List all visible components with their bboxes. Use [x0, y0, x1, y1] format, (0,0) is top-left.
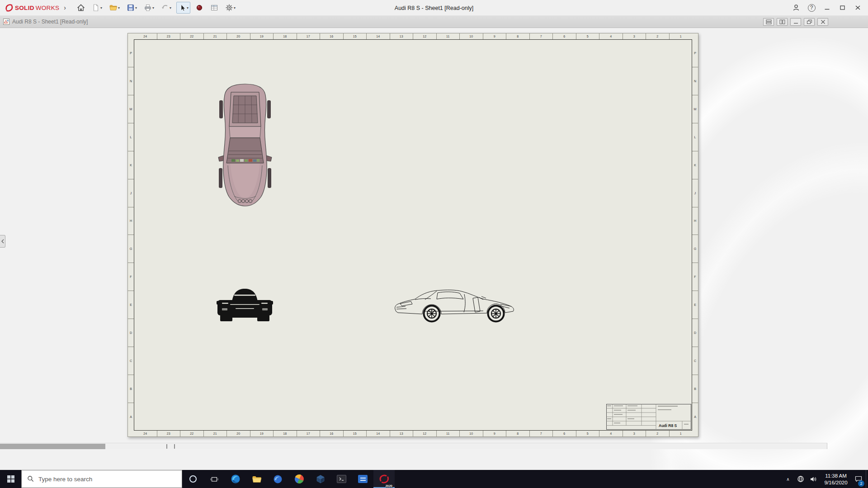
save-icon	[127, 4, 135, 12]
print-icon	[144, 4, 152, 12]
chevron-left-icon	[1, 239, 5, 244]
brand-text-bold: SOLID	[15, 5, 34, 11]
zone-label: 13	[390, 33, 413, 39]
blue-window-app-button[interactable]	[352, 470, 373, 488]
open-button[interactable]: ▾	[107, 2, 122, 14]
doc-close-button[interactable]	[817, 18, 828, 26]
zone-label: J	[128, 179, 134, 207]
solidworks-taskbar-button[interactable]: 2020	[373, 470, 395, 488]
zone-label: 17	[297, 431, 320, 436]
undo-button[interactable]: ▾	[159, 2, 173, 14]
network-globe-icon	[797, 475, 804, 483]
zone-label: 7	[529, 431, 553, 436]
account-button[interactable]	[788, 0, 804, 16]
sheet-border-frame: Audi R8 S	[134, 39, 692, 431]
quick-access-toolbar: ▾ ▾ ▾ ▾	[75, 2, 237, 14]
home-button[interactable]	[75, 2, 87, 14]
dropdown-caret-icon[interactable]: ▾	[187, 6, 189, 10]
drawing-sheet[interactable]: 242322212019181716151413121110987654321 …	[127, 33, 698, 437]
doc-restore-button[interactable]	[804, 18, 815, 26]
menu-expand-arrow[interactable]: ›	[64, 4, 66, 11]
zone-label: F	[692, 263, 698, 291]
select-cursor-icon	[178, 4, 186, 12]
app-maximize-button[interactable]	[835, 0, 850, 16]
zone-label: L	[692, 123, 698, 151]
app-titlebar: Audi R8 S - Sheet1 [Read-only] SOLIDWORK…	[0, 0, 868, 16]
zone-label: 19	[250, 33, 274, 39]
browser-button[interactable]	[267, 470, 288, 488]
zone-label: 22	[180, 33, 203, 39]
select-tool-button[interactable]: ▾	[176, 2, 190, 14]
tile-horizontal-button[interactable]	[763, 18, 774, 26]
render-sphere-button[interactable]	[193, 2, 205, 14]
drawing-view-front[interactable]	[217, 286, 273, 323]
save-button[interactable]: ▾	[125, 2, 139, 14]
settings-button[interactable]: ▾	[223, 2, 237, 14]
zone-label: 8	[506, 33, 529, 39]
zone-label: C	[128, 347, 134, 375]
zone-label: H	[128, 207, 134, 235]
volume-button[interactable]	[807, 470, 820, 488]
tray-expand-button[interactable]: ∧	[782, 470, 794, 488]
new-document-button[interactable]: ▾	[90, 2, 104, 14]
dropdown-caret-icon[interactable]: ▾	[152, 6, 154, 10]
sheet-zone-ruler-right: PNMLKJHGFEDCBA	[692, 39, 698, 431]
zone-label: 12	[413, 431, 436, 436]
zone-label: E	[692, 291, 698, 319]
terminal-button[interactable]	[331, 470, 352, 488]
zone-label: 15	[343, 33, 367, 39]
document-title: Audi R8 S - Sheet1 [Read-only]	[12, 19, 88, 25]
print-button[interactable]: ▾	[142, 2, 156, 14]
zone-label: 21	[203, 431, 227, 436]
file-explorer-button[interactable]	[246, 470, 267, 488]
pinwheel-app-button[interactable]	[288, 470, 310, 488]
dropdown-caret-icon[interactable]: ▾	[135, 6, 137, 10]
pane-split-handle[interactable]	[174, 444, 175, 449]
pane-split-handle[interactable]	[166, 444, 167, 449]
task-view-button[interactable]	[203, 470, 225, 488]
cube-app-button[interactable]	[310, 470, 331, 488]
title-block[interactable]: Audi R8 S	[606, 404, 691, 430]
featuremanager-flyout-tab[interactable]	[0, 235, 5, 248]
graphics-area[interactable]: 242322212019181716151413121110987654321 …	[0, 28, 868, 470]
zone-label: N	[692, 67, 698, 95]
edge-button[interactable]	[225, 470, 246, 488]
dropdown-caret-icon[interactable]: ▾	[118, 6, 120, 10]
taskbar-search[interactable]	[21, 470, 182, 488]
undo-icon	[161, 4, 169, 12]
zone-label: 7	[529, 33, 553, 39]
start-button[interactable]	[0, 470, 21, 488]
help-button[interactable]: ?	[804, 0, 819, 16]
document-window-controls	[763, 18, 828, 26]
app-minimize-button[interactable]	[819, 0, 835, 16]
new-document-icon	[92, 4, 100, 12]
zone-label: 6	[552, 33, 576, 39]
open-folder-icon	[109, 4, 118, 12]
drawing-view-side[interactable]	[393, 286, 518, 323]
help-icon: ?	[808, 4, 816, 12]
scrollbar-thumb[interactable]	[0, 444, 105, 449]
dropdown-caret-icon[interactable]: ▾	[234, 6, 236, 10]
zone-label: G	[692, 235, 698, 263]
zone-label: 23	[157, 33, 180, 39]
dropdown-caret-icon[interactable]: ▾	[100, 6, 102, 10]
zone-label: 21	[203, 33, 227, 39]
network-button[interactable]	[794, 470, 807, 488]
zone-label: 12	[413, 33, 436, 39]
zone-label: 10	[459, 431, 483, 436]
tile-vertical-button[interactable]	[777, 18, 788, 26]
doc-minimize-button[interactable]	[790, 18, 801, 26]
drawing-view-top[interactable]	[216, 83, 274, 207]
dropdown-caret-icon[interactable]: ▾	[170, 6, 171, 10]
properties-table-button[interactable]	[208, 2, 220, 14]
app-close-button[interactable]	[850, 0, 865, 16]
cortana-button[interactable]	[182, 470, 203, 488]
zone-label: A	[692, 403, 698, 431]
zone-label: 8	[506, 431, 529, 436]
horizontal-scrollbar[interactable]	[0, 443, 827, 449]
action-center-button[interactable]: 2	[852, 470, 865, 488]
taskbar-clock[interactable]: 11:38 AM 9/16/2020	[820, 470, 852, 488]
edge-icon	[231, 474, 241, 484]
search-input[interactable]	[38, 470, 182, 488]
show-desktop-button[interactable]	[866, 470, 868, 488]
